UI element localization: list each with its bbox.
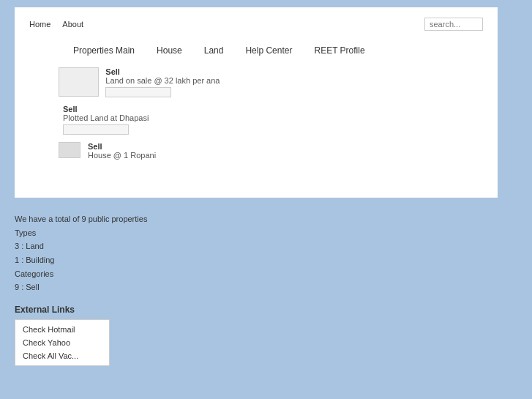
property-thumb xyxy=(63,124,129,135)
nav-reet-profile[interactable]: REET Profile xyxy=(314,45,364,56)
stats-category-sell: 9 : Sell xyxy=(15,280,517,294)
property-type: Sell xyxy=(63,105,149,113)
stats-categories-label: Categories xyxy=(15,267,517,281)
search-input[interactable] xyxy=(424,18,483,31)
main-container: Home About Properties Main House Land He… xyxy=(15,7,498,198)
property-card: Sell Plotted Land at Dhapasi xyxy=(59,105,483,135)
property-type: Sell xyxy=(105,67,220,76)
property-info: Sell Land on sale @ 32 lakh per ana xyxy=(105,67,220,97)
content-area: Sell Land on sale @ 32 lakh per ana Sell… xyxy=(29,67,483,160)
nav-help-center[interactable]: Help Center xyxy=(245,45,292,56)
property-desc: House @ 1 Ropani xyxy=(88,151,156,160)
property-desc: Land on sale @ 32 lakh per ana xyxy=(105,76,220,85)
property-info: Sell House @ 1 Ropani xyxy=(88,142,156,160)
external-links-title: External Links xyxy=(15,305,517,315)
external-link-all[interactable]: Check All Vac... xyxy=(15,349,109,362)
external-links-box: Check Hotmail Check Yahoo Check All Vac.… xyxy=(15,319,110,366)
stats-types-label: Types xyxy=(15,226,517,240)
property-thumbnail xyxy=(59,142,80,158)
external-link-yahoo[interactable]: Check Yahoo xyxy=(15,336,109,349)
main-nav: Properties Main House Land Help Center R… xyxy=(29,37,483,67)
property-info: Sell Plotted Land at Dhapasi xyxy=(63,105,149,135)
external-link-hotmail[interactable]: Check Hotmail xyxy=(15,323,109,336)
nav-home[interactable]: Home xyxy=(29,20,50,29)
property-image xyxy=(59,67,99,97)
property-desc: Plotted Land at Dhapasi xyxy=(63,113,149,122)
nav-about[interactable]: About xyxy=(62,20,83,29)
nav-land[interactable]: Land xyxy=(204,45,224,56)
property-type: Sell xyxy=(88,142,156,151)
stats-type-building: 1 : Building xyxy=(15,253,517,267)
property-thumb xyxy=(105,87,171,97)
property-card: Sell House @ 1 Ropani xyxy=(59,142,483,160)
stats-section: We have a total of 9 public properties T… xyxy=(15,212,517,294)
below-section: We have a total of 9 public properties T… xyxy=(0,205,532,366)
top-nav-links: Home About xyxy=(29,20,83,29)
top-nav: Home About xyxy=(29,15,483,37)
stats-total: We have a total of 9 public properties xyxy=(15,212,517,226)
stats-type-land: 3 : Land xyxy=(15,239,517,253)
nav-properties-main[interactable]: Properties Main xyxy=(73,45,135,56)
nav-house[interactable]: House xyxy=(157,45,182,56)
property-card: Sell Land on sale @ 32 lakh per ana xyxy=(59,67,483,97)
